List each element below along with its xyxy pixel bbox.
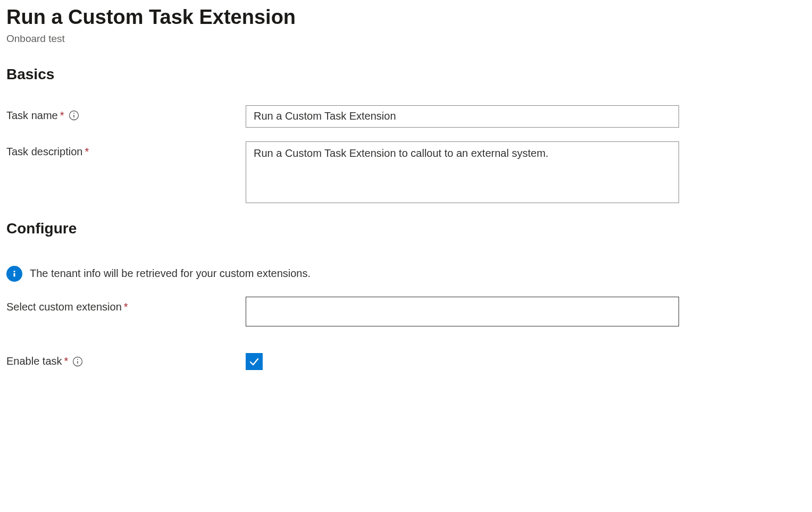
svg-point-3 bbox=[13, 270, 15, 272]
task-name-input[interactable] bbox=[246, 105, 679, 128]
svg-point-6 bbox=[77, 359, 78, 360]
select-extension-row: Select custom extension * bbox=[6, 297, 806, 326]
page-subtitle: Onboard test bbox=[6, 33, 806, 45]
task-name-label-text: Task name bbox=[6, 110, 58, 122]
required-asterisk: * bbox=[64, 355, 69, 367]
required-asterisk: * bbox=[124, 301, 128, 313]
info-badge-icon bbox=[6, 266, 22, 282]
required-asterisk: * bbox=[85, 146, 89, 158]
enable-task-row: Enable task * bbox=[6, 353, 806, 370]
svg-point-1 bbox=[73, 113, 74, 114]
info-icon[interactable] bbox=[69, 110, 79, 121]
enable-task-label-text: Enable task bbox=[6, 355, 62, 367]
task-description-input[interactable] bbox=[246, 141, 679, 203]
task-description-label: Task description * bbox=[6, 141, 246, 158]
tenant-info-message: The tenant info will be retrieved for yo… bbox=[6, 266, 806, 282]
required-asterisk: * bbox=[60, 110, 64, 122]
page-title: Run a Custom Task Extension bbox=[6, 5, 806, 30]
tenant-info-text: The tenant info will be retrieved for yo… bbox=[30, 267, 311, 280]
section-configure-heading: Configure bbox=[6, 220, 806, 237]
svg-rect-4 bbox=[14, 273, 15, 276]
enable-task-label: Enable task * bbox=[6, 355, 246, 367]
task-description-label-text: Task description bbox=[6, 146, 82, 158]
info-icon[interactable] bbox=[72, 356, 83, 367]
section-basics-heading: Basics bbox=[6, 66, 806, 83]
select-extension-label-text: Select custom extension bbox=[6, 301, 122, 313]
select-extension-input[interactable] bbox=[246, 297, 679, 326]
select-extension-label: Select custom extension * bbox=[6, 297, 246, 313]
task-name-label: Task name * bbox=[6, 105, 246, 122]
task-name-row: Task name * bbox=[6, 105, 806, 128]
task-description-row: Task description * bbox=[6, 141, 806, 205]
enable-task-checkbox[interactable] bbox=[246, 353, 263, 370]
